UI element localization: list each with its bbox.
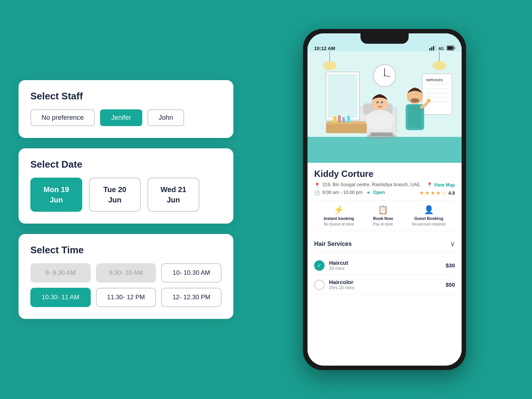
signal-icon [429, 45, 436, 52]
instant-icon: ⚡ [334, 205, 344, 215]
svg-rect-3 [435, 45, 436, 50]
star-4: ★ [436, 190, 441, 196]
svg-rect-43 [408, 105, 422, 128]
staff-title: Select Staff [30, 90, 222, 102]
guest-sub: No account required [412, 222, 445, 226]
status-icons: 4G [429, 45, 455, 52]
date-buttons: Mon 19 Jun Tue 20 Jun Wed 21 Jun [30, 178, 222, 212]
date-card: Select Date Mon 19 Jun Tue 20 Jun Wed 21… [19, 148, 233, 224]
date-line1: Wed 21 [160, 185, 186, 194]
booknow-icon: 📋 [378, 205, 388, 215]
time-btn-4[interactable]: 11.30- 12 PM [96, 288, 156, 307]
staff-btn-no-preference[interactable]: No preference [30, 109, 95, 126]
staff-btn-jenifer[interactable]: Jenifer [100, 109, 142, 126]
chevron-down-icon[interactable]: ∨ [450, 240, 455, 248]
service-name-haircolor: Haircolor [329, 279, 441, 285]
svg-rect-35 [342, 117, 345, 122]
star-half: ☆ [442, 190, 446, 196]
services-section-header[interactable]: Hair Services ∨ [314, 236, 455, 252]
date-line2: Jun [50, 196, 63, 204]
service-item-haircolor[interactable]: Haircolor 2hrs 20 mins $50 [314, 275, 455, 294]
feature-guest: 👤 Guest Booking No account required [412, 205, 445, 226]
svg-rect-1 [431, 47, 432, 50]
left-panel: Select Staff No preference Jenifer John … [0, 58, 252, 341]
feature-booknow: 📋 Book Now Pay at store [373, 205, 393, 226]
guest-label: Guest Booking [414, 216, 443, 221]
stars-row: ★ ★ ★ ★ ☆ 4.8 [419, 190, 455, 196]
svg-point-44 [410, 98, 419, 103]
date-title: Select Date [30, 159, 222, 170]
map-icon: 📍 [427, 182, 433, 188]
rating-number: 4.8 [448, 190, 455, 196]
service-info-haircolor: Haircolor 2hrs 20 mins [329, 279, 441, 290]
svg-rect-34 [338, 115, 341, 122]
battery-icon [447, 46, 455, 52]
star-1: ★ [419, 190, 424, 196]
service-duration-haircut: 30 mins [329, 266, 441, 271]
svg-rect-19 [328, 74, 358, 118]
shop-hours: 9:00 am - 10:00 pm [322, 190, 362, 195]
guest-icon: 👤 [424, 205, 434, 215]
time-btn-5[interactable]: 12- 12.30 PM [161, 288, 222, 307]
service-item-haircut[interactable]: ✓ Haircut 30 mins $30 [314, 256, 455, 275]
instant-label: Instant booking [324, 216, 354, 221]
feature-instant: ⚡ Instant booking No Queue at store [324, 205, 354, 226]
svg-rect-36 [347, 116, 350, 122]
hero-svg: SERVICES [307, 52, 462, 163]
location-icon: 📍 [314, 182, 320, 188]
booknow-sub: Pay at store [373, 222, 393, 226]
phone-content[interactable]: Kiddy Corture 📍 319, Bin Sougat centre, … [307, 163, 462, 366]
feature-badges: ⚡ Instant booking No Queue at store 📋 Bo… [314, 200, 455, 231]
phone-notch [360, 33, 409, 44]
svg-rect-0 [429, 48, 430, 50]
time-buttons: 9- 9.30 AM 9.30- 10 AM 10- 10.30 AM 10.3… [30, 263, 222, 307]
service-duration-haircolor: 2hrs 20 mins [329, 285, 441, 290]
time-btn-0[interactable]: 9- 9.30 AM [30, 263, 91, 283]
services-title: Hair Services [314, 241, 352, 247]
svg-point-39 [376, 101, 379, 103]
svg-rect-33 [333, 116, 336, 122]
time-btn-1[interactable]: 9.30- 10 AM [96, 263, 156, 283]
svg-text:SERVICES: SERVICES [426, 78, 443, 82]
time-btn-2[interactable]: 10- 10.30 AM [161, 263, 222, 283]
star-3: ★ [430, 190, 435, 196]
svg-point-38 [366, 110, 394, 131]
svg-point-30 [367, 133, 396, 139]
star-2: ★ [425, 190, 430, 196]
staff-buttons: No preference Jenifer John [30, 109, 222, 126]
svg-point-13 [433, 61, 446, 70]
service-price-haircolor: $50 [446, 281, 455, 288]
date-line1: Tue 20 [103, 185, 126, 194]
date-line1: Mon 19 [44, 185, 69, 194]
service-price-haircut: $30 [446, 262, 455, 268]
service-check-haircut[interactable]: ✓ [314, 260, 325, 271]
status-time: 10:12 AM [314, 46, 335, 51]
date-btn-tue[interactable]: Tue 20 Jun [89, 178, 141, 212]
service-info-haircut: Haircut 30 mins [329, 260, 441, 271]
staff-btn-john[interactable]: John [147, 109, 184, 126]
date-line2: Jun [167, 196, 180, 204]
address-row: 📍 319, Bin Sougat centre, Rashidiya bran… [314, 182, 455, 188]
phone-outer: 10:12 AM 4G [303, 29, 466, 370]
service-check-haircolor[interactable] [314, 280, 325, 290]
date-btn-wed[interactable]: Wed 21 Jun [147, 178, 199, 212]
time-title: Select Time [30, 244, 222, 256]
hours-row: 🕐 9:00 am - 10:00 pm ● Open ★ ★ ★ ★ ☆ 4.… [314, 190, 455, 196]
instant-sub: No Queue at store [324, 222, 354, 226]
svg-rect-5 [454, 47, 455, 49]
open-badge: ● [367, 190, 370, 195]
date-line2: Jun [108, 196, 122, 204]
date-btn-mon[interactable]: Mon 19 Jun [30, 178, 82, 212]
shop-meta: 📍 319, Bin Sougat centre, Rashidiya bran… [314, 182, 455, 196]
phone-inner: 10:12 AM 4G [307, 33, 462, 366]
view-map-btn[interactable]: 📍 View Map [427, 182, 455, 188]
svg-rect-32 [326, 121, 367, 124]
hero-area: SERVICES [307, 52, 462, 163]
staff-card: Select Staff No preference Jenifer John [19, 80, 233, 138]
time-btn-3[interactable]: 10.30- 11 AM [30, 288, 91, 307]
time-card: Select Time 9- 9.30 AM 9.30- 10 AM 10- 1… [19, 234, 233, 319]
svg-rect-2 [433, 46, 434, 50]
svg-point-40 [381, 101, 383, 103]
clock-icon: 🕐 [314, 190, 320, 196]
shop-name: Kiddy Corture [314, 169, 455, 179]
